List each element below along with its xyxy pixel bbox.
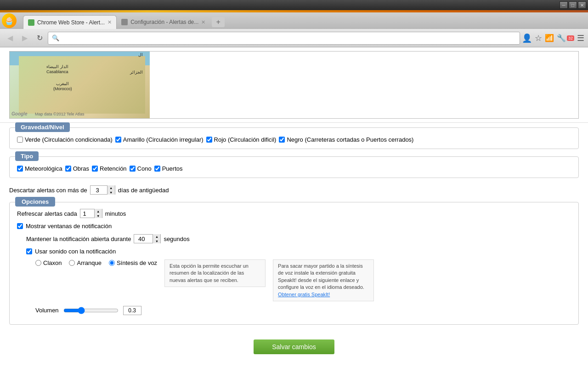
radio-arranque-label: Arranque [77,259,101,266]
notification-badge: 32 [567,35,574,41]
tab-close-2[interactable]: ✕ [201,19,205,25]
show-notifications-label: Mostrar ventanas de notificación [26,223,112,230]
map-outer: الدار البيضاءCasablanca المغرب(Morocco) … [0,47,588,123]
main-content: Gravedad/Nivel Verde (Circulación condic… [0,123,588,366]
cast-icon[interactable]: 📶 [545,34,554,42]
toolbar-right: 👤 ☆ 📶 🔧 32 ☰ [522,33,584,43]
save-button-row: Salvar cambios [9,332,579,362]
radio-arranque-input[interactable] [69,260,75,266]
radio-group: Claxon Arranque Síntesis de voz [35,259,157,266]
gravedad-verde-label: Verde (Circulación condicionada) [25,136,113,143]
duration-spinner: ▲ ▼ [134,234,161,243]
opciones-section: Opciones Refrescar alertas cada ▲ ▼ minu… [9,202,579,325]
discard-spin-arrows: ▲ ▼ [107,185,115,195]
discard-value-input[interactable] [90,187,107,194]
discard-prefix: Descartar alertas con más de [9,187,87,194]
tipo-cono-checkbox[interactable] [130,166,136,172]
gravedad-title: Gravedad/Nivel [15,122,70,132]
sound-row: Usar sonido con la notificación [26,248,571,255]
tipo-checkboxes: Meteorológica Obras Retención Cono [17,165,571,172]
map-copyright: Map data ©2012 Tele Atlas [35,112,85,116]
info-text-1: Esta opción la permite escuchar un resum… [170,263,249,283]
tipo-puertos-label: Puertos [162,165,183,172]
radio-arranque: Arranque [69,259,101,266]
tipo-puertos-checkbox[interactable] [154,166,160,172]
close-button[interactable]: ✕ [578,1,586,9]
refresh-spin-down[interactable]: ▼ [95,213,102,218]
radio-claxon-input[interactable] [35,260,41,266]
show-notifications-checkbox[interactable] [17,223,23,229]
volume-label: Volumen [35,307,59,314]
duration-spin-up[interactable]: ▲ [153,234,160,239]
app-icon: 🧁 [2,13,17,28]
refresh-spinner: ▲ ▼ [80,209,102,218]
volume-row: Volumen 0.3 [17,306,571,315]
tipo-obras-label: Obras [73,165,89,172]
tipo-title: Tipo [15,151,39,161]
forward-button[interactable]: ▶ [18,32,31,45]
new-tab-button[interactable]: + [212,17,225,27]
sound-label: Usar sonido con la notificación [35,248,116,255]
tab-chrome-web-store[interactable]: Chrome Web Store - Alert... ✕ [23,15,117,29]
address-bar[interactable]: 🔍 [48,32,520,45]
map-google-label: Google [11,111,27,116]
browser-window: ─ □ ✕ 🧁 Chrome Web Store - Alert... ✕ Co… [0,0,588,368]
gravedad-section: Gravedad/Nivel Verde (Circulación condic… [9,127,579,149]
discard-spin-down[interactable]: ▼ [107,190,115,195]
map-right-empty [150,52,578,118]
volume-slider[interactable] [63,307,119,314]
info-link[interactable]: Obtener gratis SpeakIt! [278,292,330,297]
tipo-obras-checkbox[interactable] [65,166,71,172]
tipo-retencion-checkbox[interactable] [92,166,98,172]
gravedad-rojo: Rojo (Circulación dificil) [206,136,277,143]
tipo-puertos: Puertos [154,165,183,172]
menu-icon[interactable]: ☰ [577,33,584,43]
duration-spin-arrows: ▲ ▼ [153,234,160,243]
gravedad-rojo-checkbox[interactable] [206,137,212,143]
discard-spin-up[interactable]: ▲ [107,185,115,190]
refresh-spin-up[interactable]: ▲ [95,209,102,213]
user-icon[interactable]: 👤 [522,33,532,43]
gravedad-verde: Verde (Circulación condicionada) [17,136,113,143]
radio-sintesis: Síntesis de voz [109,259,157,266]
map-label-casablanca: الدار البيضاءCasablanca [46,64,68,75]
star-icon[interactable]: ☆ [535,33,542,43]
maximize-button[interactable]: □ [569,1,577,9]
toolbar: ◀ ▶ ↻ 🔍 👤 ☆ 📶 🔧 32 ☰ [0,29,588,47]
gravedad-negro-checkbox[interactable] [279,137,285,143]
tab-configuracion[interactable]: Configuración - Alertas de... ✕ [117,15,210,29]
duration-prefix: Mantener la notificación abierta durante [26,236,131,242]
tipo-meteorologica-checkbox[interactable] [17,166,23,172]
tipo-meteorologica-label: Meteorológica [25,165,62,172]
radio-claxon-label: Claxon [43,259,62,266]
gravedad-rojo-label: Rojo (Circulación dificil) [214,136,277,143]
radio-sintesis-input[interactable] [109,260,115,266]
extension-icon[interactable]: 🔧 [557,34,566,42]
discard-spinner: ▲ ▼ [90,185,115,195]
refresh-row: Refrescar alertas cada ▲ ▼ minutos [17,209,571,218]
url-input[interactable] [61,34,516,41]
tab-close-1[interactable]: ✕ [107,19,112,25]
save-button[interactable]: Salvar cambios [254,339,334,354]
tab-label-2: Configuración - Alertas de... [130,19,198,25]
gravedad-amarillo-label: Amarillo (Circulación irregular) [123,136,204,143]
gravedad-amarillo-checkbox[interactable] [115,137,121,143]
map-label-algeria: الجزائر [130,70,143,75]
reload-button[interactable]: ↻ [33,32,46,45]
content-wrapper: الدار البيضاءCasablanca المغرب(Morocco) … [0,47,588,368]
extension-badge: 🔧 32 [557,34,574,42]
duration-spin-down[interactable]: ▼ [153,239,160,243]
refresh-value-input[interactable] [80,210,94,217]
page-content[interactable]: الدار البيضاءCasablanca المغرب(Morocco) … [0,47,588,368]
window-controls: ─ □ ✕ [560,1,586,9]
back-button[interactable]: ◀ [4,32,17,45]
gravedad-negro: Negro (Carreteras cortadas o Puertos cer… [279,136,413,143]
tipo-section: Tipo Meteorológica Obras Retención [9,156,579,178]
gravedad-verde-checkbox[interactable] [17,137,23,143]
minimize-button[interactable]: ─ [560,1,568,9]
gravedad-amarillo: Amarillo (Circulación irregular) [115,136,204,143]
duration-value-input[interactable] [134,236,153,242]
sound-checkbox[interactable] [26,248,32,254]
tipo-retencion: Retención [92,165,127,172]
tab-favicon-2 [121,19,128,25]
